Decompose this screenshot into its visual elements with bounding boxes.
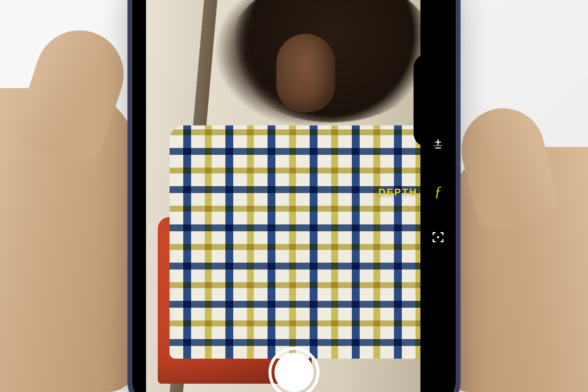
shutter-core-icon: [274, 353, 314, 392]
svg-point-4: [437, 236, 439, 238]
shutter-button[interactable]: [269, 347, 319, 392]
viewfinder-subject-face: [276, 34, 335, 112]
frame-focus-button[interactable]: [428, 227, 448, 247]
plus-minus-icon: [431, 138, 445, 152]
camera-app-screen: DEPTH ƒ: [132, 0, 456, 392]
exposure-button[interactable]: [428, 135, 448, 155]
viewfinder-subject-shirt: [170, 125, 430, 359]
phone-screen-bezel: DEPTH ƒ: [132, 0, 456, 392]
depth-control-button[interactable]: DEPTH ƒ: [428, 181, 448, 201]
depth-mode-label: DEPTH: [378, 187, 417, 198]
frame-focus-icon: [431, 230, 445, 244]
hand-right: [441, 147, 588, 392]
phone-device: DEPTH ƒ: [127, 0, 461, 392]
product-photo-scene: DEPTH ƒ: [0, 0, 588, 392]
camera-side-controls: DEPTH ƒ: [424, 0, 452, 392]
aperture-f-icon: ƒ: [435, 184, 442, 198]
camera-left-bar: [132, 0, 146, 392]
hand-left: [0, 88, 137, 392]
